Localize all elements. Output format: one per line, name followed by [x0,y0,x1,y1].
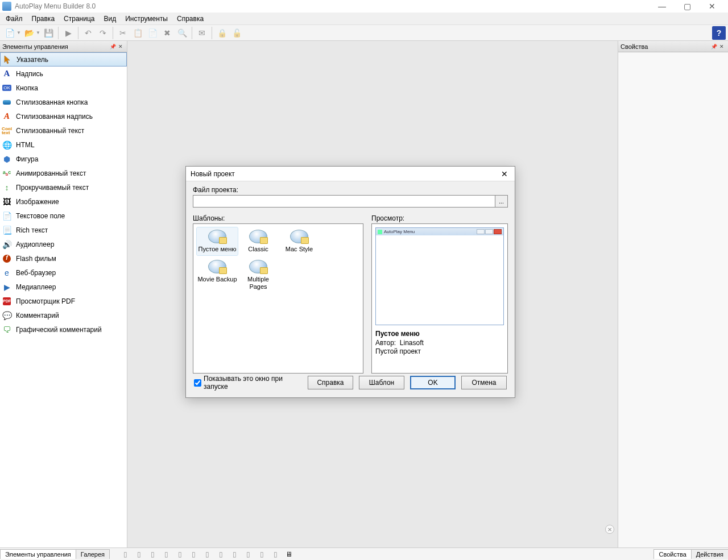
tab-elements[interactable]: Элементы управления [0,549,76,559]
align-left-icon[interactable]: ▯ [119,549,131,559]
copy-button[interactable]: 📋 [131,26,144,40]
templates-label: Шаблоны: [193,214,363,222]
panel-close-icon[interactable]: ✕ [117,43,125,51]
paste-button[interactable]: 📄 [146,26,159,40]
template-item[interactable]: Пустое меню [197,227,238,255]
element-item-image[interactable]: 🖼Изображение [0,194,127,209]
project-file-input[interactable] [193,195,495,208]
panel-close-icon[interactable]: ✕ [718,43,726,51]
new-project-dropdown[interactable]: ▼ [16,30,22,35]
element-item-rich[interactable]: 📃Rich текст [0,223,127,237]
element-item-pdf[interactable]: PDFПросмотрщик PDF [0,294,127,308]
align-top-icon[interactable]: ▯ [160,549,172,559]
element-item-label: Flash фильм [16,255,56,263]
open-dropdown[interactable]: ▼ [35,30,41,35]
pointer-icon [3,55,12,64]
project-file-browse-button[interactable]: ... [495,195,508,208]
menu-view[interactable]: Вид [99,14,121,24]
undo-button[interactable]: ↶ [81,26,95,40]
element-item-anim[interactable]: abcАнимированный текст [0,166,127,180]
menu-edit[interactable]: Правка [27,14,60,24]
new-project-button[interactable]: 📄 [3,26,16,40]
element-item-scroll[interactable]: ↕Прокручиваемый текст [0,180,127,194]
rich-icon: 📃 [2,226,11,235]
same-size-icon[interactable]: ▯ [256,549,267,559]
show-on-startup-input[interactable] [194,379,201,387]
tab-properties[interactable]: Свойства [653,549,691,559]
menu-page[interactable]: Страница [59,14,99,24]
align-center-h-icon[interactable]: ▯ [133,549,144,559]
template-item[interactable]: Multiple Pages [238,258,279,293]
close-button[interactable]: ✕ [705,2,719,11]
textbox-icon: 📄 [2,211,11,221]
redo-button[interactable]: ↷ [96,26,110,40]
element-item-pointer[interactable]: Указатель [0,52,127,67]
center-page-icon[interactable]: ▯ [270,549,281,559]
dialog-titlebar: Новый проект ✕ [186,167,515,181]
menubar: Файл Правка Страница Вид Инструменты Спр… [0,13,728,25]
menu-help[interactable]: Справка [172,14,208,24]
help-button[interactable]: ? [712,26,726,40]
distribute-h-icon[interactable]: ▯ [201,549,213,559]
align-right-icon[interactable]: ▯ [147,549,158,559]
menu-tools[interactable]: Инструменты [121,14,172,24]
element-item-label: Комментарий [16,312,59,320]
element-item-browser[interactable]: eВеб-браузер [0,266,127,280]
dialog-help-button[interactable]: Справка [308,376,353,389]
element-item-styled-button[interactable]: Стилизованная кнопка [0,95,127,109]
preview-author-label: Автор: [375,339,396,347]
element-item-button[interactable]: OKКнопка [0,81,127,95]
panel-pin-icon[interactable]: 📌 [109,43,117,51]
element-item-textbox[interactable]: 📄Текстовое поле [0,209,127,223]
element-item-gcomment[interactable]: 🗨Графический комментарий [0,322,127,337]
element-item-globe[interactable]: 🌐HTML [0,138,127,152]
canvas-close-icon[interactable]: ✕ [605,525,614,534]
template-item[interactable]: Classic [238,227,279,255]
distribute-v-icon[interactable]: ▯ [215,549,226,559]
dialog-template-button[interactable]: Шаблон [359,376,404,389]
element-item-cool[interactable]: CooltextСтилизованный текст [0,123,127,138]
play-button[interactable]: ▶ [61,26,75,40]
mail-button[interactable]: ✉ [195,26,209,40]
preview-panel: AutoPlay Menu Пустое меню Автор: Linasof… [371,223,508,374]
find-button[interactable]: 🔍 [175,26,189,40]
element-item-flash[interactable]: fFlash фильм [0,251,127,266]
dialog-title: Новый проект [191,170,499,178]
dialog-ok-button[interactable]: OK [410,376,456,389]
minimize-button[interactable]: — [655,2,669,11]
preview-app-icon [378,230,382,234]
element-item-label: Стилизованная надпись [16,113,93,121]
same-height-icon[interactable]: ▯ [242,549,254,559]
templates-list: Пустое менюClassicMac StyleMovie BackupM… [193,223,363,374]
lock-button[interactable]: 🔒 [215,26,229,40]
cool-icon: Cooltext [2,126,11,135]
maximize-button[interactable]: ▢ [680,2,694,11]
element-item-comment[interactable]: 💬Комментарий [0,308,127,322]
tab-gallery[interactable]: Галерея [76,549,110,559]
element-item-styled-A[interactable]: AСтилизованная надпись [0,109,127,123]
delete-button[interactable]: ✖ [160,26,174,40]
element-item-media[interactable]: ▶Медиаплеер [0,280,127,294]
align-middle-icon[interactable]: ▯ [174,549,185,559]
template-item[interactable]: Movie Backup [197,258,238,293]
show-on-startup-checkbox[interactable]: Показывать это окно при запуске [194,375,302,391]
A-icon: A [2,69,11,78]
element-item-A[interactable]: AНадпись [0,67,127,81]
tab-actions[interactable]: Действия [691,549,728,559]
dialog-cancel-button[interactable]: Отмена [461,376,507,389]
template-item[interactable]: Mac Style [279,227,320,255]
menu-file[interactable]: Файл [1,14,27,24]
monitor-icon[interactable]: 🖥 [283,549,295,559]
align-bottom-icon[interactable]: ▯ [188,549,199,559]
open-button[interactable]: 📂 [22,26,36,40]
unlock-button[interactable]: 🔓 [230,26,243,40]
same-width-icon[interactable]: ▯ [229,549,240,559]
button-icon: OK [2,84,11,93]
element-item-shape[interactable]: ⬢Фигура [0,152,127,166]
cut-button[interactable]: ✂ [116,26,130,40]
save-button[interactable]: 💾 [42,26,55,40]
element-item-audio[interactable]: 🔊Аудиоплеер [0,237,127,251]
preview-min-icon [477,229,485,234]
panel-pin-icon[interactable]: 📌 [710,43,718,51]
dialog-close-button[interactable]: ✕ [499,168,510,180]
